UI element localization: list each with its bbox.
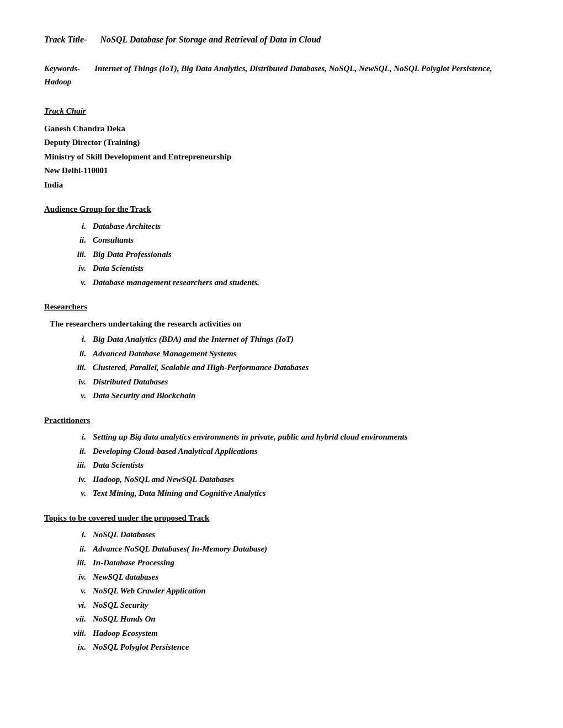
list-item: vi.NoSQL Security xyxy=(72,599,519,612)
list-item: ii.Consultants xyxy=(72,234,519,247)
keywords-value: Internet of Things (IoT), Big Data Analy… xyxy=(44,64,492,86)
list-item: i.Database Architects xyxy=(72,220,519,233)
researchers-list: i.Big Data Analytics (BDA) and the Inter… xyxy=(44,333,519,402)
list-item: iii.In-Database Processing xyxy=(72,556,519,569)
practitioners-section: Practitioners i.Setting up Big data anal… xyxy=(44,414,519,500)
topics-heading: Topics to be covered under the proposed … xyxy=(44,512,519,524)
person-org: Ministry of Skill Development and Entrep… xyxy=(44,150,519,164)
track-title-value: NoSQL Database for Storage and Retrieval… xyxy=(100,35,321,44)
list-item: v.Data Security and Blockchain xyxy=(72,389,519,402)
person-country: India xyxy=(44,178,519,192)
list-item: iv.Data Scientists xyxy=(72,262,519,275)
person-city: New Delhi-110001 xyxy=(44,164,519,178)
list-item: iv.Distributed Databases xyxy=(72,376,519,388)
topics-list: i.NoSQL Databasesii.Advance NoSQL Databa… xyxy=(44,528,519,654)
list-item: iv.Hadoop, NoSQL and NewSQL Databases xyxy=(72,473,519,486)
audience-heading: Audience Group for the Track xyxy=(44,203,519,216)
track-title-line: Track Title- NoSQL Database for Storage … xyxy=(44,33,519,46)
list-item: i.NoSQL Databases xyxy=(72,528,519,541)
keywords-label: Keywords- xyxy=(44,64,80,73)
list-item: vii.NoSQL Hands On xyxy=(72,613,519,625)
track-chair-section: Track Chair Ganesh Chandra Deka Deputy D… xyxy=(44,105,519,192)
list-item: iii.Clustered, Parallel, Scalable and Hi… xyxy=(72,361,519,374)
list-item: viii.Hadoop Ecosystem xyxy=(72,627,519,640)
practitioners-list: i.Setting up Big data analytics environm… xyxy=(44,431,519,500)
list-item: v.Database management researchers and st… xyxy=(72,276,519,289)
keywords-block: Keywords- Internet of Things (IoT), Big … xyxy=(44,62,519,88)
list-item: i.Setting up Big data analytics environm… xyxy=(72,431,519,443)
person-info: Ganesh Chandra Deka Deputy Director (Tra… xyxy=(44,122,519,192)
list-item: v.NoSQL Web Crawler Application xyxy=(72,585,519,597)
researchers-subheading: The researchers undertaking the research… xyxy=(44,318,519,330)
audience-list: i.Database Architectsii.Consultantsiii.B… xyxy=(44,220,519,289)
list-item: v.Text Mining, Data Mining and Cognitive… xyxy=(72,487,519,500)
list-item: iii.Data Scientists xyxy=(72,459,519,472)
track-title-label: Track Title- xyxy=(44,35,87,44)
researchers-section: Researchers The researchers undertaking … xyxy=(44,301,519,402)
audience-section: Audience Group for the Track i.Database … xyxy=(44,203,519,288)
practitioners-heading: Practitioners xyxy=(44,414,519,427)
researchers-heading: Researchers xyxy=(44,301,519,313)
list-item: iii.Big Data Professionals xyxy=(72,248,519,261)
topics-section: Topics to be covered under the proposed … xyxy=(44,512,519,654)
list-item: ii.Advanced Database Management Systems xyxy=(72,347,519,360)
list-item: ix.NoSQL Polyglot Persistence xyxy=(72,641,519,654)
person-name: Ganesh Chandra Deka xyxy=(44,122,519,136)
list-item: ii.Developing Cloud-based Analytical App… xyxy=(72,445,519,458)
person-title: Deputy Director (Training) xyxy=(44,136,519,150)
list-item: ii.Advance NoSQL Databases( In-Memory Da… xyxy=(72,543,519,555)
list-item: i.Big Data Analytics (BDA) and the Inter… xyxy=(72,333,519,346)
track-chair-heading: Track Chair xyxy=(44,105,519,117)
list-item: iv.NewSQL databases xyxy=(72,571,519,584)
